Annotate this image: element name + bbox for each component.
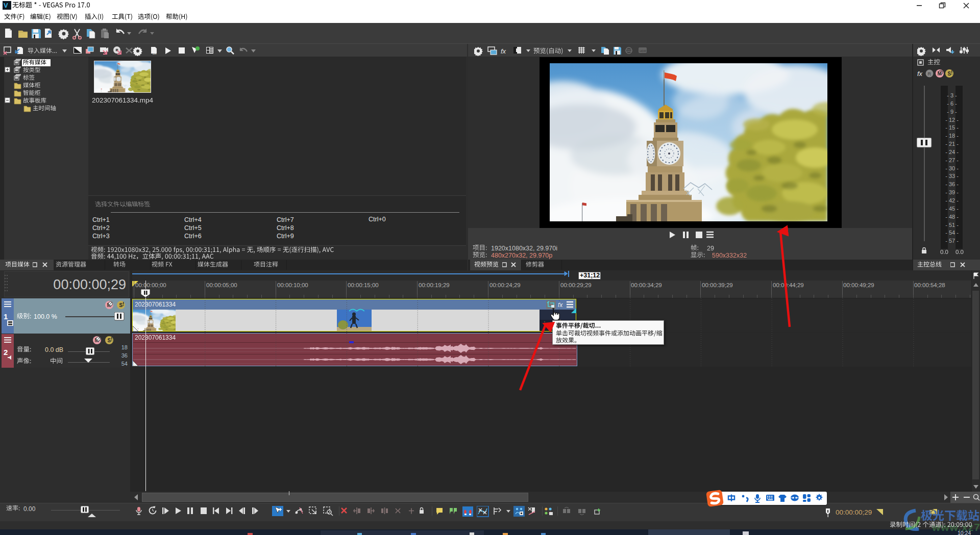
svg-text:fx: fx	[917, 70, 923, 78]
svg-text:R: R	[928, 71, 932, 77]
svg-text:1: 1	[4, 312, 8, 321]
svg-text:2: 2	[4, 348, 8, 356]
svg-text:!: !	[111, 337, 112, 342]
svg-text:!: !	[951, 70, 952, 75]
svg-text:V: V	[4, 2, 8, 9]
svg-text:!: !	[122, 301, 124, 307]
svg-text:HDR: HDR	[640, 49, 647, 53]
svg-text:fx: fx	[153, 50, 157, 56]
svg-text:fx: fx	[501, 47, 506, 55]
svg-text:360: 360	[627, 49, 632, 53]
